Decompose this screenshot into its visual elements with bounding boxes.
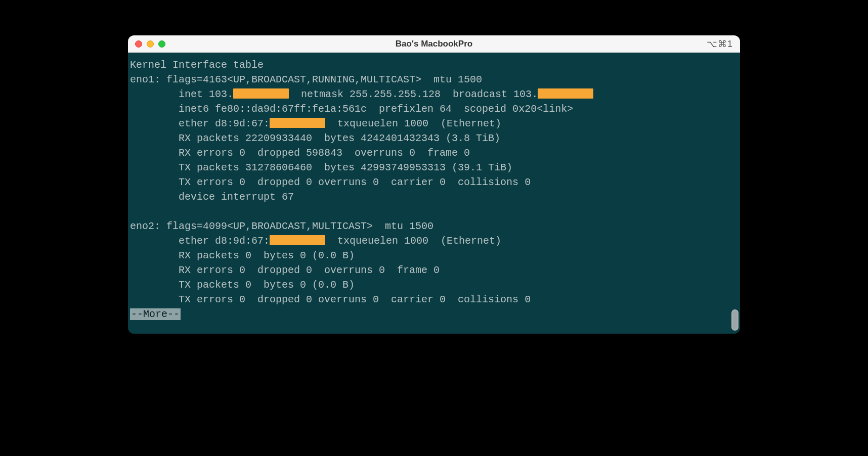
terminal-line: RX packets 0 bytes 0 (0.0 B) xyxy=(130,248,738,263)
terminal-line: TX errors 0 dropped 0 overruns 0 carrier… xyxy=(130,292,738,307)
terminal-line: --More-- xyxy=(130,307,738,322)
terminal-text: ether d8:9d:67: xyxy=(130,118,270,129)
terminal-line: TX packets 31278606460 bytes 42993749953… xyxy=(130,160,738,175)
terminal-text: txqueuelen 1000 (Ethernet) xyxy=(325,118,501,129)
redaction-block xyxy=(270,235,325,245)
terminal-line: inet6 fe80::da9d:67ff:fe1a:561c prefixle… xyxy=(130,102,738,116)
terminal-text: RX errors 0 dropped 598843 overruns 0 fr… xyxy=(130,147,470,159)
minimize-button[interactable] xyxy=(147,40,154,48)
terminal-line: inet 103. netmask 255.255.255.128 broadc… xyxy=(130,87,738,102)
terminal-text: inet6 fe80::da9d:67ff:fe1a:561c prefixle… xyxy=(130,103,573,115)
terminal-text: ether d8:9d:67: xyxy=(130,235,270,247)
terminal-text: Kernel Interface table xyxy=(130,59,264,71)
terminal-text: device interrupt 67 xyxy=(130,191,294,203)
terminal-line: Kernel Interface table xyxy=(130,58,738,72)
terminal-text: TX errors 0 dropped 0 overruns 0 carrier… xyxy=(130,294,531,305)
terminal-text xyxy=(130,206,136,217)
window-title: Bao's MacbookPro xyxy=(128,39,740,49)
terminal-text: txqueuelen 1000 (Ethernet) xyxy=(325,235,501,247)
terminal-line: RX errors 0 dropped 0 overruns 0 frame 0 xyxy=(130,263,738,278)
terminal-text: eno1: flags=4163<UP,BROADCAST,RUNNING,MU… xyxy=(130,74,482,85)
traffic-lights xyxy=(135,40,165,48)
terminal-text: RX packets 0 bytes 0 (0.0 B) xyxy=(130,250,355,261)
window-shortcut: ⌥⌘1 xyxy=(707,38,733,50)
terminal-text: RX packets 22209933440 bytes 42424014323… xyxy=(130,132,500,144)
terminal-output[interactable]: Kernel Interface tableeno1: flags=4163<U… xyxy=(128,53,740,334)
terminal-text: TX packets 31278606460 bytes 42993749953… xyxy=(130,162,512,173)
terminal-text: TX errors 0 dropped 0 overruns 0 carrier… xyxy=(130,176,531,188)
terminal-window: Bao's MacbookPro ⌥⌘1 Kernel Interface ta… xyxy=(128,35,740,334)
terminal-text: RX errors 0 dropped 0 overruns 0 frame 0 xyxy=(130,264,440,276)
terminal-line: RX errors 0 dropped 598843 overruns 0 fr… xyxy=(130,146,738,160)
close-button[interactable] xyxy=(135,40,142,48)
terminal-line: TX errors 0 dropped 0 overruns 0 carrier… xyxy=(130,175,738,190)
terminal-text: TX packets 0 bytes 0 (0.0 B) xyxy=(130,279,355,291)
zoom-button[interactable] xyxy=(158,40,165,48)
terminal-text: eno2: flags=4099<UP,BROADCAST,MULTICAST>… xyxy=(130,220,433,232)
scrollbar-thumb[interactable] xyxy=(731,309,739,331)
terminal-line: RX packets 22209933440 bytes 42424014323… xyxy=(130,131,738,146)
terminal-line: eno1: flags=4163<UP,BROADCAST,RUNNING,MU… xyxy=(130,72,738,87)
terminal-line: eno2: flags=4099<UP,BROADCAST,MULTICAST>… xyxy=(130,219,738,234)
terminal-line: ether d8:9d:67: txqueuelen 1000 (Etherne… xyxy=(130,116,738,131)
terminal-line: ether d8:9d:67: txqueuelen 1000 (Etherne… xyxy=(130,234,738,248)
terminal-line: TX packets 0 bytes 0 (0.0 B) xyxy=(130,278,738,292)
terminal-line xyxy=(130,204,738,219)
redaction-block xyxy=(270,118,325,128)
terminal-text: netmask 255.255.255.128 broadcast 103. xyxy=(289,88,538,100)
terminal-line: device interrupt 67 xyxy=(130,190,738,204)
titlebar: Bao's MacbookPro ⌥⌘1 xyxy=(128,35,740,53)
redaction-block xyxy=(233,88,289,99)
terminal-text: inet 103. xyxy=(130,88,233,100)
redaction-block xyxy=(538,88,593,99)
pager-more[interactable]: --More-- xyxy=(130,308,181,320)
